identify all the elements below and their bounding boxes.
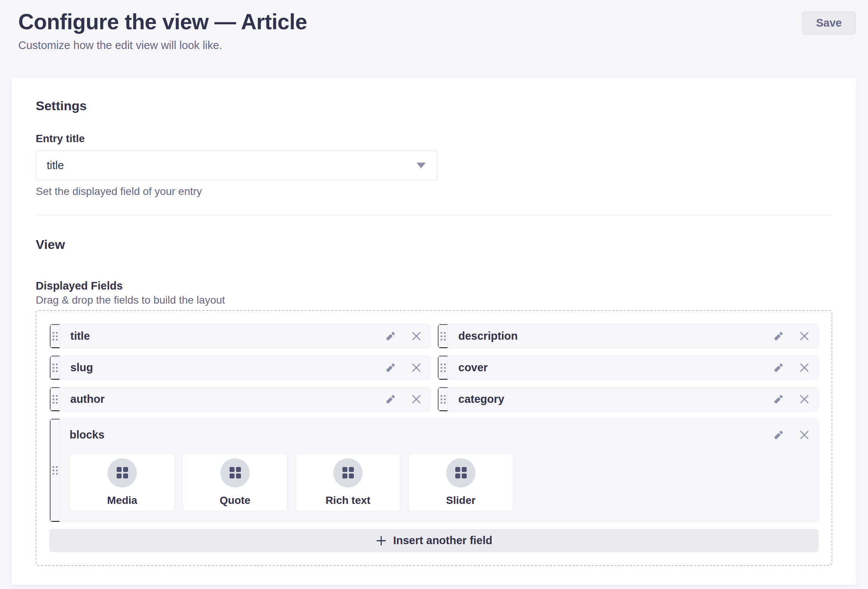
- pencil-icon: [385, 363, 396, 373]
- field-name: author: [70, 393, 370, 405]
- grid-icon: [455, 467, 467, 478]
- page-header: Configure the view — Article Customize h…: [11, 6, 857, 52]
- edit-field-button[interactable]: [385, 363, 396, 373]
- pencil-icon: [773, 331, 784, 342]
- page-subtitle: Customize how the edit view will look li…: [18, 39, 307, 52]
- component-card-rich-text[interactable]: Rich text: [295, 453, 401, 511]
- component-label: Quote: [220, 494, 250, 507]
- field-name: slug: [70, 361, 370, 374]
- drag-dots-icon: [52, 363, 59, 373]
- component-card-quote[interactable]: Quote: [182, 453, 288, 511]
- drag-dots-icon: [52, 394, 59, 404]
- edit-field-button[interactable]: [773, 331, 784, 342]
- remove-field-button[interactable]: [411, 331, 422, 342]
- blocks-row-header: blocks: [70, 429, 810, 441]
- field-name: blocks: [70, 429, 758, 441]
- entry-title-select[interactable]: title: [36, 150, 437, 180]
- view-section-heading: View: [36, 237, 832, 252]
- edit-field-button[interactable]: [773, 363, 784, 373]
- drag-dots-icon: [440, 363, 447, 373]
- drag-dots-icon: [440, 394, 447, 404]
- insert-another-field-button[interactable]: Insert another field: [49, 529, 819, 552]
- component-card-slider[interactable]: Slider: [408, 453, 513, 511]
- pencil-icon: [385, 331, 396, 342]
- blocks-row-content: blocks Media Quote: [60, 419, 818, 522]
- displayed-fields-label: Displayed Fields: [36, 279, 832, 292]
- drag-handle[interactable]: [438, 387, 448, 411]
- remove-field-button[interactable]: [799, 394, 810, 405]
- cross-icon: [799, 331, 810, 342]
- edit-field-button[interactable]: [773, 394, 784, 405]
- remove-field-button[interactable]: [799, 362, 810, 373]
- drag-handle[interactable]: [50, 324, 60, 348]
- field-row-title: title: [49, 324, 431, 348]
- entry-title-select-value: title: [47, 159, 64, 172]
- field-name: category: [458, 393, 758, 405]
- caret-down-icon: [417, 163, 426, 168]
- page-title: Configure the view — Article: [18, 9, 307, 34]
- component-icon-circle: [108, 458, 137, 488]
- remove-field-button[interactable]: [411, 362, 422, 373]
- field-name: title: [70, 330, 370, 342]
- plus-icon: [375, 535, 387, 546]
- field-row-cover: cover: [437, 355, 819, 380]
- component-label: Media: [107, 494, 137, 507]
- configuration-card: Settings Entry title title Set the displ…: [11, 78, 857, 585]
- pencil-icon: [773, 363, 784, 373]
- grid-icon: [230, 467, 241, 478]
- component-icon-circle: [220, 458, 250, 488]
- field-row-category: category: [437, 387, 819, 412]
- drag-dots-icon: [440, 331, 447, 341]
- field-row-content: cover: [448, 356, 818, 380]
- drag-handle[interactable]: [50, 419, 60, 522]
- displayed-fields-header: Displayed Fields Drag & drop the fields …: [36, 279, 832, 306]
- component-icon-circle: [333, 458, 363, 488]
- displayed-fields-hint: Drag & drop the fields to build the layo…: [36, 294, 832, 306]
- field-name: description: [458, 330, 758, 342]
- drag-dots-icon: [52, 331, 59, 341]
- cross-icon: [411, 331, 422, 342]
- pencil-icon: [773, 430, 784, 440]
- pencil-icon: [773, 394, 784, 405]
- field-row-slug: slug: [49, 355, 431, 380]
- field-row-content: description: [448, 324, 818, 348]
- cross-icon: [799, 362, 810, 373]
- drag-handle[interactable]: [438, 324, 448, 348]
- configure-view-page: Configure the view — Article Customize h…: [0, 0, 868, 585]
- drag-handle[interactable]: [50, 356, 60, 380]
- edit-field-button[interactable]: [385, 331, 396, 342]
- drag-handle[interactable]: [50, 387, 60, 411]
- edit-field-button[interactable]: [385, 394, 396, 405]
- field-row-content: category: [448, 387, 818, 411]
- settings-section-heading: Settings: [36, 98, 832, 113]
- field-row-author: author: [49, 387, 431, 412]
- component-card-media[interactable]: Media: [70, 453, 175, 511]
- drag-dots-icon: [52, 466, 59, 475]
- edit-field-button[interactable]: [773, 430, 784, 440]
- insert-another-field-label: Insert another field: [393, 534, 492, 547]
- field-name: cover: [458, 361, 758, 374]
- fields-dropzone: title description slug: [36, 310, 832, 566]
- field-row-content: author: [60, 387, 430, 411]
- save-button[interactable]: Save: [802, 11, 856, 35]
- remove-field-button[interactable]: [799, 331, 810, 342]
- grid-icon: [117, 467, 128, 478]
- grid-icon: [342, 467, 354, 478]
- remove-field-button[interactable]: [411, 394, 422, 405]
- cross-icon: [411, 394, 422, 405]
- component-icon-circle: [446, 458, 475, 488]
- entry-title-hint: Set the displayed field of your entry: [36, 185, 832, 198]
- drag-handle[interactable]: [438, 356, 448, 380]
- page-header-text: Configure the view — Article Customize h…: [18, 9, 307, 52]
- entry-title-form-group: Entry title title Set the displayed fiel…: [36, 132, 832, 198]
- component-label: Slider: [446, 494, 476, 507]
- field-row-blocks: blocks Media Quote: [49, 418, 819, 522]
- field-row-content: slug: [60, 356, 430, 380]
- cross-icon: [411, 362, 422, 373]
- field-row-content: title: [60, 324, 430, 348]
- cross-icon: [799, 394, 810, 405]
- section-divider: [36, 215, 832, 215]
- field-row-description: description: [437, 324, 819, 348]
- remove-field-button[interactable]: [799, 429, 810, 440]
- cross-icon: [799, 429, 810, 440]
